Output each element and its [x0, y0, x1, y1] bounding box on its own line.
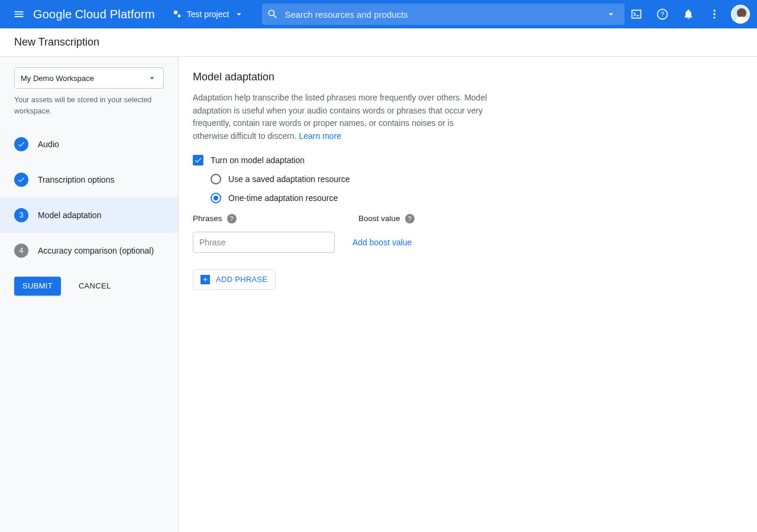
section-heading: Model adaptation [193, 71, 743, 83]
step-check-icon [14, 173, 28, 187]
svg-text:?: ? [661, 11, 664, 18]
search-box[interactable] [262, 4, 625, 25]
svg-point-4 [713, 10, 715, 12]
search-icon [267, 8, 279, 20]
cloud-shell-button[interactable] [625, 2, 648, 26]
svg-point-5 [713, 13, 715, 15]
workspace-selected-label: My Demo Workspace [21, 74, 94, 83]
radio-label: One-time adaptation resource [228, 193, 338, 203]
phrases-help-icon[interactable]: ? [227, 214, 237, 223]
logo-bold: Google [33, 8, 72, 21]
plus-icon [200, 275, 210, 284]
hamburger-menu-button[interactable] [7, 2, 31, 26]
step-label: Audio [38, 140, 59, 149]
logo-rest: Cloud Platform [75, 8, 155, 21]
step-label: Transcription options [38, 175, 114, 184]
product-logo[interactable]: Google Cloud Platform [33, 8, 155, 21]
add-phrase-label: ADD PHRASE [216, 275, 268, 284]
step-audio[interactable]: Audio [0, 126, 178, 162]
sidebar-actions: SUBMIT CANCEL [0, 268, 178, 304]
column-headers: Phrases ? Boost value ? [193, 214, 743, 223]
enable-adaptation-label: Turn on model adaptation [211, 155, 305, 165]
enable-adaptation-checkbox[interactable] [193, 155, 203, 166]
learn-more-link[interactable]: Learn more [299, 131, 342, 141]
radio-onetime-resource[interactable]: One-time adaptation resource [211, 193, 743, 203]
submit-button[interactable]: SUBMIT [14, 277, 61, 296]
step-transcription-options[interactable]: Transcription options [0, 162, 178, 197]
radio-icon [211, 193, 221, 203]
search-dropdown[interactable] [602, 9, 620, 20]
project-name: Test project [187, 9, 229, 19]
phrase-input-row: Add boost value [193, 232, 743, 253]
step-accuracy-comparison[interactable]: 4 Accuracy comparison (optional) [0, 233, 178, 268]
radio-icon [211, 174, 221, 184]
enable-adaptation-row: Turn on model adaptation [193, 155, 743, 166]
phrases-column-header: Phrases ? [193, 214, 335, 223]
more-button[interactable] [703, 2, 726, 26]
boost-column-header: Boost value ? [358, 214, 477, 223]
cloud-shell-icon [630, 8, 642, 20]
main-content: Model adaptation Adaptation help transcr… [179, 57, 757, 532]
help-button[interactable]: ? [651, 2, 674, 26]
topbar-actions: ? [625, 2, 750, 26]
project-selector[interactable]: Test project [167, 4, 251, 25]
boost-help-icon[interactable]: ? [405, 214, 415, 223]
left-sidebar: My Demo Workspace Your assets will be st… [0, 57, 179, 532]
chevron-down-icon [234, 9, 244, 20]
step-model-adaptation[interactable]: 3 Model adaptation [0, 197, 178, 233]
page-title: New Transcription [14, 36, 99, 48]
page-title-bar: New Transcription [0, 28, 757, 57]
menu-icon [13, 8, 25, 20]
step-label: Model adaptation [38, 210, 101, 220]
chevron-down-icon [606, 9, 616, 20]
step-label: Accuracy comparison (optional) [38, 246, 154, 255]
workspace-help-text: Your assets will be stored in your selec… [14, 95, 164, 117]
add-phrase-button[interactable]: ADD PHRASE [193, 270, 276, 290]
boost-label: Boost value [358, 214, 400, 223]
workspace-selector[interactable]: My Demo Workspace [14, 67, 164, 89]
help-icon: ? [656, 8, 668, 20]
search-input[interactable] [279, 9, 602, 20]
cancel-button[interactable]: CANCEL [70, 277, 119, 296]
svg-point-1 [177, 15, 180, 18]
add-boost-value-link[interactable]: Add boost value [352, 238, 412, 247]
adaptation-type-radio-group: Use a saved adaptation resource One-time… [193, 174, 743, 203]
bell-icon [682, 8, 694, 20]
project-icon [173, 9, 182, 19]
step-number-badge: 4 [14, 244, 28, 258]
svg-point-6 [713, 17, 715, 18]
phrases-label: Phrases [193, 214, 222, 223]
step-number-badge: 3 [14, 208, 28, 222]
account-avatar[interactable] [731, 5, 750, 24]
radio-label: Use a saved adaptation resource [228, 174, 350, 184]
radio-saved-resource[interactable]: Use a saved adaptation resource [211, 174, 743, 184]
svg-point-0 [174, 11, 177, 14]
more-vert-icon [709, 8, 720, 20]
step-check-icon [14, 137, 28, 151]
chevron-down-icon [147, 73, 157, 83]
section-description: Adaptation help transcribe the listed ph… [193, 92, 489, 143]
phrase-input[interactable] [193, 232, 335, 253]
notifications-button[interactable] [677, 2, 700, 26]
top-app-bar: Google Cloud Platform Test project ? [0, 0, 757, 28]
check-icon [194, 156, 202, 164]
